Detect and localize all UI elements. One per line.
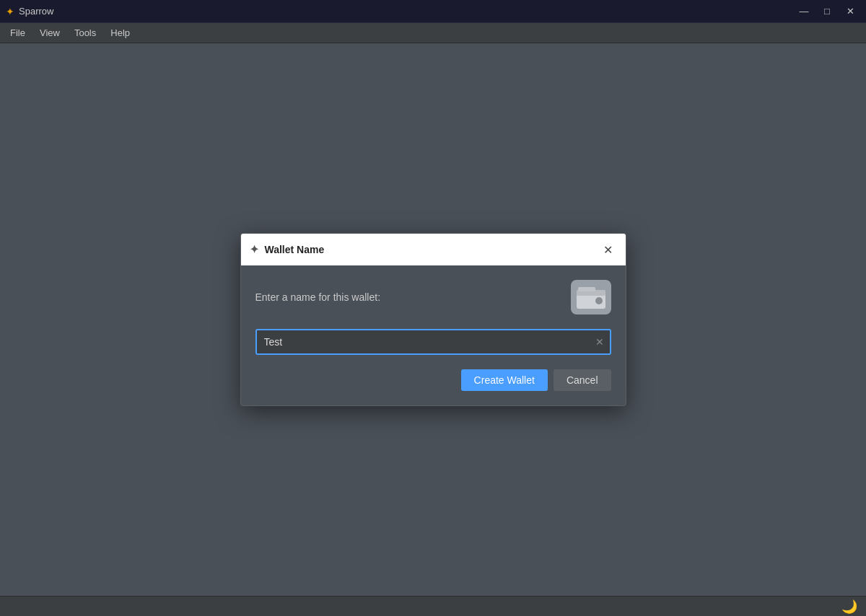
wallet-icon <box>575 284 607 310</box>
input-clear-button[interactable]: ✕ <box>592 335 607 349</box>
menu-tools[interactable]: Tools <box>67 25 103 40</box>
cancel-button[interactable]: Cancel <box>554 369 611 391</box>
menu-help[interactable]: Help <box>103 25 137 40</box>
menu-view[interactable]: View <box>32 25 67 40</box>
maximize-button[interactable]: □ <box>817 4 837 19</box>
status-bar: 🌙 <box>0 596 866 616</box>
main-content: ✦ Wallet Name ✕ Enter a name for this wa… <box>0 43 866 596</box>
dialog-prompt-text: Enter a name for this wallet: <box>255 291 381 303</box>
dialog-prompt-row: Enter a name for this wallet: <box>255 280 611 314</box>
svg-rect-2 <box>578 287 595 291</box>
menu-bar: File View Tools Help <box>0 23 866 43</box>
moon-icon: 🌙 <box>841 599 857 615</box>
input-row: ✕ <box>255 329 611 355</box>
menu-file[interactable]: File <box>3 25 32 40</box>
dialog-buttons: Create Wallet Cancel <box>255 369 611 391</box>
wallet-icon-container <box>571 280 611 314</box>
dialog-title-left: ✦ Wallet Name <box>250 243 325 256</box>
dialog-title-icon: ✦ <box>250 243 259 256</box>
sparrow-logo-icon: ✦ <box>6 6 14 17</box>
dialog-body: Enter a name for this wallet: <box>241 265 626 405</box>
dialog-titlebar: ✦ Wallet Name ✕ <box>241 234 626 265</box>
dialog-close-button[interactable]: ✕ <box>600 241 617 258</box>
title-bar: ✦ Sparrow — □ ✕ <box>0 0 866 23</box>
dialog-title-text: Wallet Name <box>265 244 325 255</box>
dialog-overlay: ✦ Wallet Name ✕ Enter a name for this wa… <box>0 43 866 596</box>
minimize-button[interactable]: — <box>794 4 814 19</box>
create-wallet-button[interactable]: Create Wallet <box>461 369 548 391</box>
wallet-name-input[interactable] <box>260 330 592 353</box>
close-button[interactable]: ✕ <box>840 4 860 19</box>
title-bar-left: ✦ Sparrow <box>6 6 53 17</box>
svg-rect-3 <box>595 297 603 304</box>
app-title: Sparrow <box>19 6 53 17</box>
wallet-name-dialog: ✦ Wallet Name ✕ Enter a name for this wa… <box>240 233 626 406</box>
title-bar-controls: — □ ✕ <box>794 4 860 19</box>
